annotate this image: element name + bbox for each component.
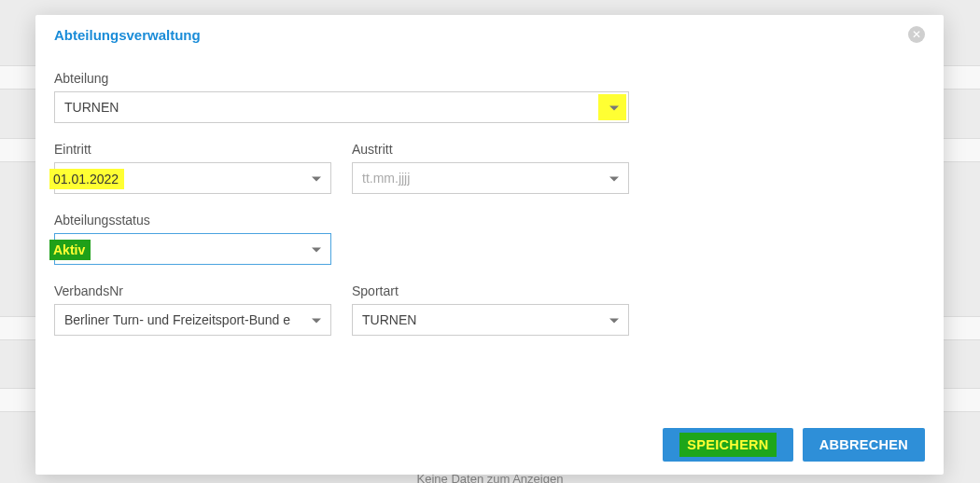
chevron-down-icon bbox=[312, 319, 321, 324]
field-abteilung: Abteilung TURNEN bbox=[54, 71, 629, 123]
field-eintritt: Eintritt 01.01.2022 bbox=[54, 142, 331, 194]
date-eintritt[interactable]: 01.01.2022 bbox=[54, 162, 331, 194]
chevron-down-icon bbox=[609, 177, 619, 182]
save-button[interactable]: SPEICHERN bbox=[663, 428, 792, 462]
field-status: Abteilungsstatus Aktiv bbox=[54, 213, 331, 265]
field-austritt: Austritt tt.mm.jjjj bbox=[352, 142, 629, 194]
label-eintritt: Eintritt bbox=[54, 142, 331, 157]
select-abteilung-value: TURNEN bbox=[64, 100, 119, 115]
date-austritt-placeholder: tt.mm.jjjj bbox=[362, 171, 410, 186]
label-status: Abteilungsstatus bbox=[54, 213, 331, 228]
label-verbandsnr: VerbandsNr bbox=[54, 283, 331, 298]
modal-footer: SPEICHERN ABBRECHEN bbox=[663, 428, 925, 462]
modal-abteilungsverwaltung: Abteilungsverwaltung ✕ Abteilung TURNEN … bbox=[35, 15, 944, 475]
modal-header: Abteilungsverwaltung ✕ bbox=[35, 15, 944, 48]
label-abteilung: Abteilung bbox=[54, 71, 629, 86]
chevron-down-icon bbox=[609, 106, 619, 111]
field-sportart: Sportart TURNEN bbox=[352, 283, 629, 336]
date-eintritt-value: 01.01.2022 bbox=[49, 169, 124, 189]
chevron-down-icon bbox=[609, 319, 619, 324]
select-verbandsnr[interactable]: Berliner Turn- und Freizeitsport-Bund e bbox=[54, 304, 331, 336]
cancel-button[interactable]: ABBRECHEN bbox=[803, 428, 925, 462]
select-status[interactable]: Aktiv bbox=[54, 233, 331, 265]
select-verbandsnr-value: Berliner Turn- und Freizeitsport-Bund e bbox=[64, 312, 290, 327]
select-sportart-value: TURNEN bbox=[362, 312, 416, 327]
modal-body: Abteilung TURNEN Eintritt 01.01.2022 A bbox=[35, 48, 944, 336]
select-abteilung[interactable]: TURNEN bbox=[54, 91, 629, 123]
highlight-caret bbox=[598, 94, 626, 120]
cancel-button-label: ABBRECHEN bbox=[819, 437, 908, 452]
chevron-down-icon bbox=[312, 248, 321, 253]
close-icon[interactable]: ✕ bbox=[908, 26, 925, 43]
select-sportart[interactable]: TURNEN bbox=[352, 304, 629, 336]
label-austritt: Austritt bbox=[352, 142, 629, 157]
select-status-value: Aktiv bbox=[49, 240, 91, 260]
field-verbandsnr: VerbandsNr Berliner Turn- und Freizeitsp… bbox=[54, 283, 331, 336]
save-button-label: SPEICHERN bbox=[679, 433, 776, 457]
chevron-down-icon bbox=[312, 177, 321, 182]
date-austritt[interactable]: tt.mm.jjjj bbox=[352, 162, 629, 194]
modal-title: Abteilungsverwaltung bbox=[54, 27, 201, 43]
label-sportart: Sportart bbox=[352, 283, 629, 298]
